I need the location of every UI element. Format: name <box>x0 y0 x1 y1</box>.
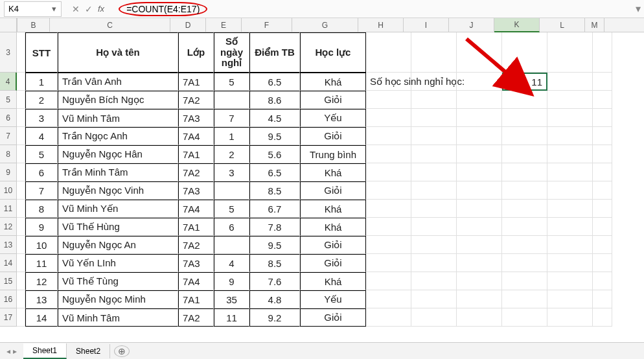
nav-next-icon[interactable]: ▸ <box>13 347 17 356</box>
tab-sheet1[interactable]: Sheet1 <box>23 343 67 359</box>
cell-D17[interactable]: 7A2 <box>178 308 214 327</box>
cell-D3[interactable]: Lớp <box>178 32 214 73</box>
name-box[interactable]: K4 ▾ <box>4 1 62 17</box>
cell-A16[interactable] <box>17 290 25 308</box>
cell-F12[interactable]: 7.8 <box>249 218 300 236</box>
cell-C3[interactable]: Họ và tên <box>58 32 178 73</box>
cell-L17[interactable] <box>547 308 593 327</box>
cell-I7[interactable] <box>411 127 457 145</box>
cell-E4[interactable]: 5 <box>214 73 249 91</box>
cell-E3[interactable]: Số ngày nghỉ <box>214 32 249 73</box>
cell-J9[interactable] <box>457 163 502 181</box>
cell-C9[interactable]: Trần Minh Tâm <box>58 163 178 181</box>
cell-B9[interactable]: 6 <box>25 163 58 181</box>
cell-H14[interactable] <box>366 254 411 272</box>
cell-K17[interactable] <box>502 308 547 327</box>
cell-H4[interactable]: Số học sinh nghỉ học: <box>366 73 411 91</box>
col-header-D[interactable]: D <box>170 18 206 32</box>
col-header-G[interactable]: G <box>292 18 358 32</box>
row-header-15[interactable]: 15 <box>0 272 17 290</box>
cell-K14[interactable] <box>502 254 547 272</box>
cell-L7[interactable] <box>547 127 593 145</box>
row-header-13[interactable]: 13 <box>0 236 17 254</box>
col-header-E[interactable]: E <box>206 18 242 32</box>
cell-K13[interactable] <box>502 236 547 254</box>
cell-J17[interactable] <box>457 308 502 327</box>
cell-L8[interactable] <box>547 145 593 163</box>
cell-F7[interactable]: 9.5 <box>249 127 300 145</box>
cell-F11[interactable]: 6.7 <box>249 200 300 218</box>
cell-K11[interactable] <box>502 200 547 218</box>
cell-G8[interactable]: Trung bình <box>300 145 366 163</box>
cell-F16[interactable]: 4.8 <box>249 290 300 308</box>
cell-F6[interactable]: 4.5 <box>249 109 300 127</box>
cell-E8[interactable]: 2 <box>214 145 249 163</box>
row-header-5[interactable]: 5 <box>0 91 17 109</box>
cell-E16[interactable]: 35 <box>214 290 249 308</box>
row-header-17[interactable]: 17 <box>0 308 17 327</box>
cell-D14[interactable]: 7A3 <box>178 254 214 272</box>
cell-M7[interactable] <box>593 127 612 145</box>
cell-G9[interactable]: Khá <box>300 163 366 181</box>
cell-E5[interactable] <box>214 91 249 109</box>
cell-K9[interactable] <box>502 163 547 181</box>
cell-I16[interactable] <box>411 290 457 308</box>
cell-L13[interactable] <box>547 236 593 254</box>
cell-E13[interactable] <box>214 236 249 254</box>
cell-F14[interactable]: 8.5 <box>249 254 300 272</box>
cell-M9[interactable] <box>593 163 612 181</box>
cell-M3[interactable] <box>593 32 612 73</box>
cell-M17[interactable] <box>593 308 612 327</box>
cell-C10[interactable]: Nguyễn Ngọc Vinh <box>58 181 178 200</box>
cell-H13[interactable] <box>366 236 411 254</box>
cell-C15[interactable]: Vũ Thế Tùng <box>58 272 178 290</box>
cell-G14[interactable]: Giỏi <box>300 254 366 272</box>
cell-A10[interactable] <box>17 181 25 200</box>
cell-B3[interactable]: STT <box>25 32 58 73</box>
col-header-I[interactable]: I <box>404 18 449 32</box>
cell-B11[interactable]: 8 <box>25 200 58 218</box>
cell-K15[interactable] <box>502 272 547 290</box>
cell-G3[interactable]: Học lực <box>300 32 366 73</box>
col-header-L[interactable]: L <box>540 18 585 32</box>
cell-F17[interactable]: 9.2 <box>249 308 300 327</box>
cell-J7[interactable] <box>457 127 502 145</box>
cell-C7[interactable]: Trần Ngọc Anh <box>58 127 178 145</box>
cell-B5[interactable]: 2 <box>25 91 58 109</box>
cell-H3[interactable] <box>366 32 411 73</box>
cell-E9[interactable]: 3 <box>214 163 249 181</box>
cell-G4[interactable]: Khá <box>300 73 366 91</box>
cancel-icon[interactable]: ✕ <box>72 4 80 14</box>
cell-D12[interactable]: 7A1 <box>178 218 214 236</box>
row-header-4[interactable]: 4 <box>0 73 17 91</box>
col-header-K[interactable]: K <box>494 18 540 32</box>
cell-I4[interactable] <box>411 73 457 91</box>
cell-D10[interactable]: 7A3 <box>178 181 214 200</box>
cell-B14[interactable]: 11 <box>25 254 58 272</box>
cell-J12[interactable] <box>457 218 502 236</box>
col-header-B[interactable]: B <box>17 18 50 32</box>
cell-K8[interactable] <box>502 145 547 163</box>
cell-I13[interactable] <box>411 236 457 254</box>
cell-B16[interactable]: 13 <box>25 290 58 308</box>
col-header-C[interactable]: C <box>50 18 170 32</box>
cell-A9[interactable] <box>17 163 25 181</box>
cell-I5[interactable] <box>411 91 457 109</box>
cell-J14[interactable] <box>457 254 502 272</box>
cell-L16[interactable] <box>547 290 593 308</box>
cell-M8[interactable] <box>593 145 612 163</box>
cell-M5[interactable] <box>593 91 612 109</box>
cell-C8[interactable]: Nguyễn Ngọc Hân <box>58 145 178 163</box>
cell-B10[interactable]: 7 <box>25 181 58 200</box>
cell-C6[interactable]: Vũ Minh Tâm <box>58 109 178 127</box>
cell-J15[interactable] <box>457 272 502 290</box>
cell-H6[interactable] <box>366 109 411 127</box>
row-header-16[interactable]: 16 <box>0 290 17 308</box>
cell-L4[interactable] <box>547 73 593 91</box>
cell-G10[interactable]: Giỏi <box>300 181 366 200</box>
cell-D8[interactable]: 7A1 <box>178 145 214 163</box>
cell-A3[interactable] <box>17 32 25 73</box>
cell-K7[interactable] <box>502 127 547 145</box>
cell-G13[interactable]: Giỏi <box>300 236 366 254</box>
row-header-6[interactable]: 6 <box>0 109 17 127</box>
